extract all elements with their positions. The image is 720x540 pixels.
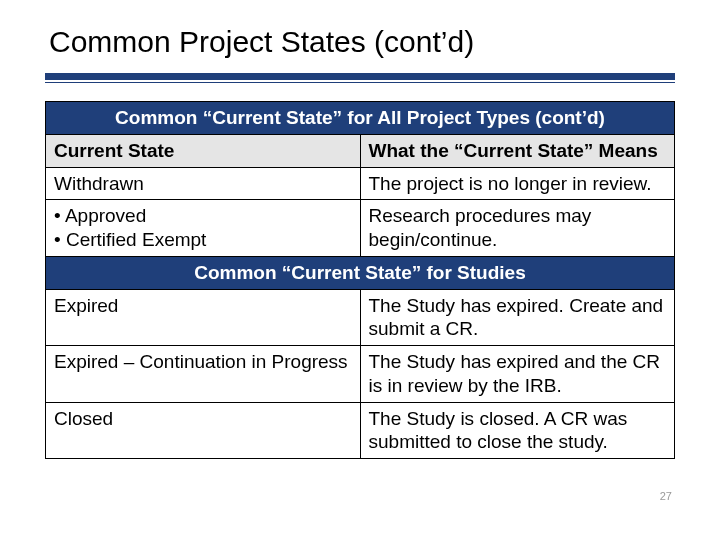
table-row: Closed The Study is closed. A CR was sub… [46, 402, 675, 459]
cell-meaning: The project is no longer in review. [360, 167, 675, 200]
cell-meaning: Research procedures may begin/continue. [360, 200, 675, 257]
col-header-state: Current State [46, 134, 361, 167]
state-bullets: Approved Certified Exempt [54, 204, 352, 252]
cell-state: Expired [46, 289, 361, 346]
slide-title: Common Project States (cont’d) [49, 25, 675, 65]
section-heading-label: Common “Current State” for All Project T… [46, 102, 675, 135]
table-row: Expired – Continuation in Progress The S… [46, 346, 675, 403]
cell-state: Expired – Continuation in Progress [46, 346, 361, 403]
section-heading-all-types: Common “Current State” for All Project T… [46, 102, 675, 135]
cell-state: Approved Certified Exempt [46, 200, 361, 257]
table-row: Expired The Study has expired. Create an… [46, 289, 675, 346]
title-rule [45, 73, 675, 83]
column-header-row: Current State What the “Current State” M… [46, 134, 675, 167]
table-row: Approved Certified Exempt Research proce… [46, 200, 675, 257]
cell-meaning: The Study has expired and the CR is in r… [360, 346, 675, 403]
bullet-item: Approved [54, 204, 352, 228]
bullet-item: Certified Exempt [54, 228, 352, 252]
page-number: 27 [660, 490, 672, 502]
states-table: Common “Current State” for All Project T… [45, 101, 675, 459]
table-row: Withdrawn The project is no longer in re… [46, 167, 675, 200]
section-heading-studies: Common “Current State” for Studies [46, 256, 675, 289]
col-header-meaning: What the “Current State” Means [360, 134, 675, 167]
cell-state: Closed [46, 402, 361, 459]
cell-state: Withdrawn [46, 167, 361, 200]
section-heading-label: Common “Current State” for Studies [46, 256, 675, 289]
cell-meaning: The Study is closed. A CR was submitted … [360, 402, 675, 459]
slide: Common Project States (cont’d) Common “C… [0, 0, 720, 540]
cell-meaning: The Study has expired. Create and submit… [360, 289, 675, 346]
